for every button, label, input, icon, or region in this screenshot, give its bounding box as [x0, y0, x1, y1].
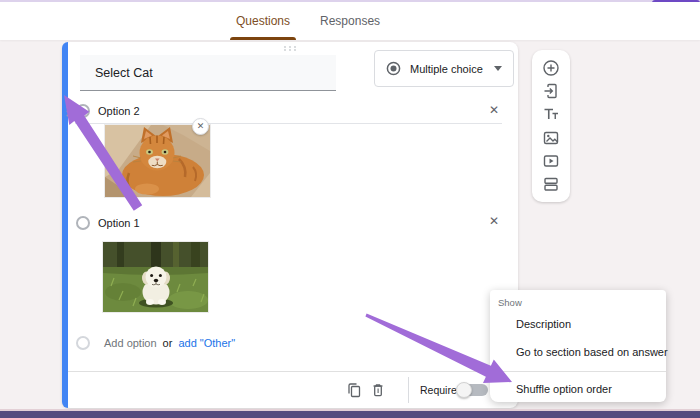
section-icon: [542, 175, 560, 193]
plus-circle-icon: [542, 59, 560, 77]
multiple-choice-icon: [386, 61, 401, 76]
card-footer: Required: [62, 372, 518, 408]
text-title-icon: [542, 105, 560, 123]
add-question-button[interactable]: [541, 58, 561, 78]
cat-photo: [105, 125, 210, 197]
trash-icon: [370, 382, 386, 398]
tab-questions-label: Questions: [236, 14, 290, 28]
add-video-button[interactable]: [541, 151, 561, 171]
menu-divider: [490, 371, 666, 372]
tab-questions[interactable]: Questions: [226, 2, 300, 40]
option-2-label[interactable]: Option 2: [98, 105, 140, 117]
option-2-underline: [75, 123, 502, 124]
required-toggle[interactable]: [458, 384, 488, 396]
menu-item-description[interactable]: Description: [490, 310, 666, 338]
add-image-button[interactable]: [541, 128, 561, 148]
question-type-dropdown[interactable]: Multiple choice: [374, 50, 514, 87]
toggle-knob: [456, 382, 472, 398]
remove-image-button[interactable]: ✕: [192, 118, 209, 135]
option-2-radio: [76, 104, 90, 118]
tab-responses[interactable]: Responses: [310, 2, 390, 40]
add-other-link[interactable]: add "Other": [178, 337, 235, 349]
question-type-label: Multiple choice: [410, 63, 483, 75]
duplicate-button[interactable]: [342, 378, 366, 402]
question-title-input[interactable]: Select Cat: [80, 55, 336, 91]
option-row-2: Option 2: [62, 98, 518, 124]
image-icon: [542, 129, 560, 147]
add-section-button[interactable]: [541, 174, 561, 194]
option-2-image-cat[interactable]: [105, 125, 210, 197]
question-card: Select Cat Multiple choice Option 2 ✕: [62, 42, 518, 408]
puppy-photo: [103, 242, 208, 312]
delete-button[interactable]: [366, 378, 390, 402]
option-row-1: Option 1: [62, 210, 518, 236]
google-forms-question-editor: Questions Responses Select Cat Multiple …: [0, 0, 700, 418]
menu-group-label: Show: [490, 294, 666, 310]
import-questions-icon: [542, 82, 560, 100]
remove-option-1-button[interactable]: ✕: [484, 211, 504, 231]
tab-responses-label: Responses: [320, 14, 380, 28]
add-option-row: Add option or add "Other": [76, 330, 235, 356]
form-header: Questions Responses: [0, 2, 700, 40]
menu-item-go-to-section[interactable]: Go to section based on answer: [490, 338, 666, 366]
duplicate-icon: [346, 382, 362, 398]
option-1-radio: [76, 216, 90, 230]
video-icon: [542, 152, 560, 170]
option-1-label[interactable]: Option 1: [98, 217, 140, 229]
question-options-menu: Show Description Go to section based on …: [490, 290, 666, 402]
chevron-down-icon: [494, 66, 502, 71]
add-option-button[interactable]: Add option: [104, 337, 157, 349]
remove-option-2-button[interactable]: ✕: [484, 100, 504, 120]
option-drag-handle-icon[interactable]: [65, 105, 74, 118]
bottom-page-bar: [0, 411, 700, 418]
card-drag-handle-icon[interactable]: [282, 45, 298, 52]
add-option-radio: [76, 336, 90, 350]
menu-item-shuffle-option-order[interactable]: Shuffle option order: [490, 374, 666, 404]
footer-separator: [408, 377, 409, 403]
option-1-image-puppy[interactable]: [103, 242, 208, 312]
side-toolbar: [532, 50, 570, 202]
import-questions-button[interactable]: [541, 81, 561, 101]
add-option-or-text: or: [163, 337, 173, 349]
add-title-button[interactable]: [541, 104, 561, 124]
form-tabs: Questions Responses: [226, 2, 390, 40]
